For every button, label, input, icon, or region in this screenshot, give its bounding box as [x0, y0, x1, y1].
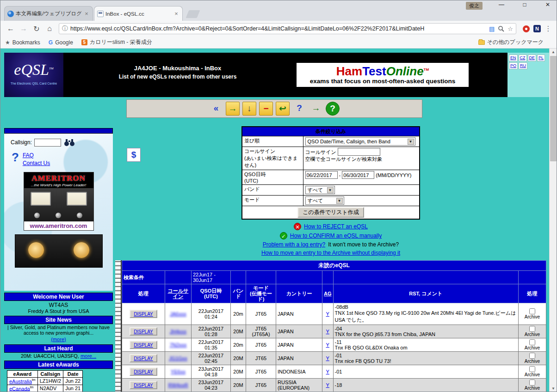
callsign-link[interactable]: YE6xx: [171, 369, 186, 374]
ag-link[interactable]: Y: [326, 369, 329, 374]
toolbar-icon[interactable]: «: [209, 102, 223, 116]
callsign-link[interactable]: JA6xxx: [170, 311, 186, 317]
home-button[interactable]: ⌂: [43, 24, 56, 33]
ameritron-ad[interactable]: AMERITRON ...the World's High Power Lead…: [24, 172, 94, 231]
profile-badge[interactable]: 俊之: [466, 2, 483, 10]
refresh-button[interactable]: ↻: [30, 24, 43, 33]
page-info-icon[interactable]: ⓘ: [62, 24, 68, 33]
mode-value: JT65(JT65A): [246, 325, 276, 338]
new-tab-button[interactable]: [186, 10, 200, 18]
toolbar-icon[interactable]: ?: [326, 102, 340, 116]
archive-checkbox[interactable]: [529, 308, 535, 314]
language-link[interactable]: EN: [509, 55, 518, 61]
chevron-down-icon: ▼: [336, 198, 343, 204]
back-button[interactable]: ←: [4, 24, 17, 33]
display-button[interactable]: DISPLAY: [130, 381, 157, 389]
scroll-down-arrow[interactable]: ▼: [550, 385, 557, 392]
mode-select[interactable]: すべて ▼: [305, 196, 344, 205]
archive-checkbox[interactable]: [529, 380, 535, 386]
close-button[interactable]: ✕: [543, 1, 553, 8]
qso-datetime: 23Jun201704:18: [192, 365, 231, 379]
other-bookmarks-button[interactable]: その他のブックマーク: [478, 38, 544, 46]
faq-link[interactable]: FAQ: [23, 152, 50, 159]
country-value: JAPAN: [276, 338, 322, 352]
bookmark-item-bookmarks[interactable]: ★ Bookmarks: [5, 39, 40, 46]
hamtestonline-ad[interactable]: HamTestOnlineTM exams that focus on most…: [297, 63, 469, 87]
eqsl-logo[interactable]: eQSLTM The Electronic QSL Card Centre: [4, 53, 63, 97]
sort-order-select[interactable]: QSO Date/Time, Callsign, then Band ▼: [305, 137, 415, 146]
callsign-link[interactable]: JG1Gxx: [169, 355, 187, 361]
language-link[interactable]: CZ: [519, 55, 527, 61]
display-button[interactable]: DISPLAY: [130, 327, 157, 336]
language-link[interactable]: DE: [528, 55, 537, 61]
archive-checkbox[interactable]: [529, 353, 535, 359]
page-action-icon[interactable]: ▤: [489, 25, 495, 32]
address-bar[interactable]: ⓘ https://www.eqsl.cc/QSLCard/InBox.cfm?…: [59, 23, 516, 34]
browser-menu-icon[interactable]: ⋮: [544, 24, 553, 33]
bookmark-item-slism[interactable]: 5 カロリーslism - 栄養成分: [81, 38, 152, 46]
toolbar-icon[interactable]: ↓: [242, 102, 256, 116]
eaward-link[interactable]: eAustralia: [9, 379, 32, 384]
eaward-row: eCanadatm N2ADV Jun 21: [7, 385, 83, 392]
column-header-callsign-link[interactable]: コールサイン: [168, 288, 189, 299]
language-link[interactable]: PO: [509, 62, 518, 69]
last-heard-more-link[interactable]: more...: [80, 353, 96, 359]
language-link[interactable]: PL: [537, 55, 545, 61]
callsign-link[interactable]: RW4xxR: [168, 382, 188, 388]
problem-log-entry-link[interactable]: Problem with a log entry?: [263, 241, 325, 248]
tab-close-icon[interactable]: ×: [173, 10, 179, 17]
zoom-icon[interactable]: [498, 25, 504, 32]
language-link[interactable]: RU: [519, 62, 527, 69]
scrollbar-thumb[interactable]: [550, 56, 557, 161]
archive-checkbox[interactable]: [529, 339, 535, 345]
callsign-filter-input[interactable]: [338, 148, 380, 156]
eaward-link[interactable]: eCanada: [9, 386, 30, 391]
band-select[interactable]: すべて ▼: [305, 186, 335, 194]
ag-link[interactable]: Y: [326, 382, 329, 388]
callsign-search-input[interactable]: [34, 139, 61, 147]
site-news-more-link[interactable]: (more): [51, 337, 66, 342]
display-button[interactable]: DISPLAY: [130, 310, 157, 318]
display-button[interactable]: DISPLAY: [130, 368, 157, 376]
ag-link[interactable]: Y: [326, 329, 329, 334]
browser-extension-n-icon[interactable]: N: [533, 25, 541, 32]
ag-link[interactable]: Y: [326, 355, 329, 361]
callsign-link[interactable]: JH4xxx: [170, 329, 186, 334]
ag-link[interactable]: Y: [326, 311, 329, 317]
scroll-up-arrow[interactable]: ▲: [550, 49, 557, 56]
vertical-scrollbar[interactable]: ▲ ▼: [549, 49, 557, 392]
how-to-confirm-link[interactable]: How to CONFIRM an eQSL manually: [290, 233, 382, 239]
archive-label: Archive: [520, 345, 545, 350]
toolbar-icon[interactable]: →: [309, 102, 323, 116]
move-to-archive-help-link[interactable]: How to move an entry to the Archive with…: [261, 250, 400, 256]
browser-extension-icon[interactable]: [523, 25, 530, 32]
toolbar-icon[interactable]: ?: [292, 102, 306, 116]
toolbar-icon[interactable]: ↩: [276, 102, 290, 116]
mode-value: JT65: [246, 365, 276, 379]
display-button[interactable]: DISPLAY: [130, 354, 157, 362]
toolbar-icon[interactable]: →: [226, 102, 240, 116]
date-to-input[interactable]: [342, 171, 374, 179]
contact-us-link[interactable]: Contact Us: [23, 160, 50, 166]
archive-checkbox[interactable]: [529, 326, 535, 332]
ameritron-url[interactable]: www.ameritron.com: [24, 221, 93, 230]
tab-close-icon[interactable]: ×: [83, 10, 90, 17]
create-list-button[interactable]: この条件でリスト作成: [297, 207, 364, 218]
search-criteria-label: 検索条件: [122, 271, 165, 284]
bookmark-item-google[interactable]: G Google: [49, 39, 73, 46]
forward-button[interactable]: →: [17, 24, 30, 33]
display-button[interactable]: DISPLAY: [130, 341, 157, 349]
minimize-button[interactable]: —: [496, 1, 507, 8]
how-to-reject-link[interactable]: How to REJECT an eQSL: [304, 223, 368, 230]
binoculars-icon[interactable]: [63, 138, 75, 147]
bookmark-star-icon[interactable]: ☆: [507, 25, 513, 32]
maximize-button[interactable]: □: [520, 1, 530, 8]
tab-blog[interactable]: 本文再編集/ウェブリブログ ×: [4, 6, 93, 21]
tab-eqsl-inbox[interactable]: InBox - eQSL.cc ×: [94, 6, 183, 21]
column-header-ag-link[interactable]: AG: [324, 291, 332, 296]
archive-checkbox[interactable]: [529, 366, 535, 372]
ag-link[interactable]: Y: [326, 342, 329, 348]
callsign-link[interactable]: 7N2xxx: [170, 342, 187, 348]
toolbar-icon[interactable]: −: [259, 102, 273, 116]
date-from-input[interactable]: [305, 171, 338, 179]
